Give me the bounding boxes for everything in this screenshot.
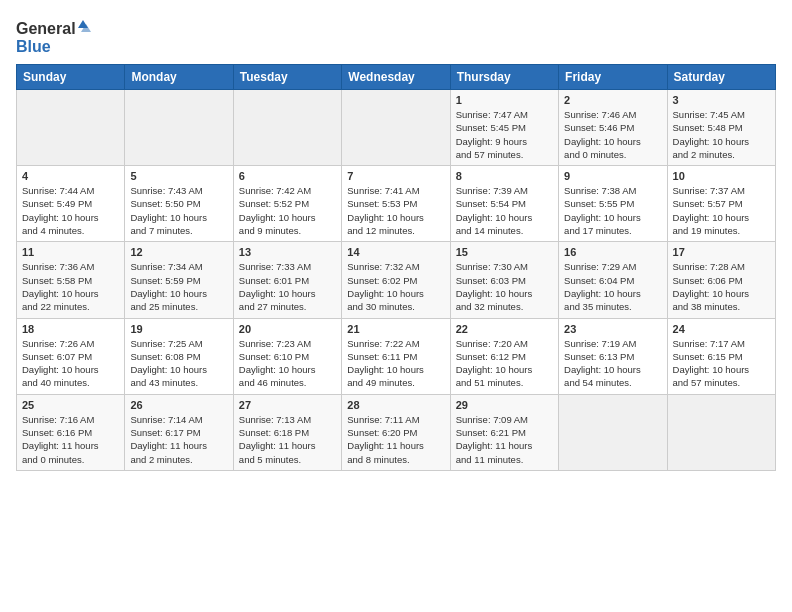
day-number: 16 [564,246,661,258]
day-header-friday: Friday [559,65,667,90]
day-number: 13 [239,246,336,258]
day-number: 27 [239,399,336,411]
day-number: 23 [564,323,661,335]
day-info: Sunrise: 7:44 AM Sunset: 5:49 PM Dayligh… [22,184,119,237]
day-info: Sunrise: 7:33 AM Sunset: 6:01 PM Dayligh… [239,260,336,313]
day-info: Sunrise: 7:19 AM Sunset: 6:13 PM Dayligh… [564,337,661,390]
calendar-cell: 21Sunrise: 7:22 AM Sunset: 6:11 PM Dayli… [342,318,450,394]
day-number: 7 [347,170,444,182]
day-number: 28 [347,399,444,411]
day-header-wednesday: Wednesday [342,65,450,90]
calendar-week-5: 25Sunrise: 7:16 AM Sunset: 6:16 PM Dayli… [17,394,776,470]
day-info: Sunrise: 7:37 AM Sunset: 5:57 PM Dayligh… [673,184,770,237]
calendar-cell: 18Sunrise: 7:26 AM Sunset: 6:07 PM Dayli… [17,318,125,394]
day-info: Sunrise: 7:11 AM Sunset: 6:20 PM Dayligh… [347,413,444,466]
calendar-cell: 10Sunrise: 7:37 AM Sunset: 5:57 PM Dayli… [667,166,775,242]
day-info: Sunrise: 7:45 AM Sunset: 5:48 PM Dayligh… [673,108,770,161]
day-info: Sunrise: 7:42 AM Sunset: 5:52 PM Dayligh… [239,184,336,237]
calendar-cell: 25Sunrise: 7:16 AM Sunset: 6:16 PM Dayli… [17,394,125,470]
day-info: Sunrise: 7:22 AM Sunset: 6:11 PM Dayligh… [347,337,444,390]
calendar-week-2: 4Sunrise: 7:44 AM Sunset: 5:49 PM Daylig… [17,166,776,242]
day-number: 17 [673,246,770,258]
calendar-table: SundayMondayTuesdayWednesdayThursdayFrid… [16,64,776,471]
calendar-cell: 2Sunrise: 7:46 AM Sunset: 5:46 PM Daylig… [559,90,667,166]
logo-svg: GeneralBlue [16,16,96,56]
calendar-cell: 27Sunrise: 7:13 AM Sunset: 6:18 PM Dayli… [233,394,341,470]
day-number: 11 [22,246,119,258]
calendar-cell: 16Sunrise: 7:29 AM Sunset: 6:04 PM Dayli… [559,242,667,318]
calendar-cell: 28Sunrise: 7:11 AM Sunset: 6:20 PM Dayli… [342,394,450,470]
calendar-body: 1Sunrise: 7:47 AM Sunset: 5:45 PM Daylig… [17,90,776,471]
calendar-cell: 15Sunrise: 7:30 AM Sunset: 6:03 PM Dayli… [450,242,558,318]
calendar-cell: 5Sunrise: 7:43 AM Sunset: 5:50 PM Daylig… [125,166,233,242]
calendar-cell: 22Sunrise: 7:20 AM Sunset: 6:12 PM Dayli… [450,318,558,394]
calendar-week-1: 1Sunrise: 7:47 AM Sunset: 5:45 PM Daylig… [17,90,776,166]
day-number: 20 [239,323,336,335]
day-number: 12 [130,246,227,258]
calendar-week-3: 11Sunrise: 7:36 AM Sunset: 5:58 PM Dayli… [17,242,776,318]
calendar-cell [233,90,341,166]
calendar-cell: 19Sunrise: 7:25 AM Sunset: 6:08 PM Dayli… [125,318,233,394]
calendar-cell: 3Sunrise: 7:45 AM Sunset: 5:48 PM Daylig… [667,90,775,166]
day-info: Sunrise: 7:41 AM Sunset: 5:53 PM Dayligh… [347,184,444,237]
day-number: 18 [22,323,119,335]
day-info: Sunrise: 7:16 AM Sunset: 6:16 PM Dayligh… [22,413,119,466]
calendar-cell: 9Sunrise: 7:38 AM Sunset: 5:55 PM Daylig… [559,166,667,242]
calendar-cell [17,90,125,166]
calendar-cell: 6Sunrise: 7:42 AM Sunset: 5:52 PM Daylig… [233,166,341,242]
day-info: Sunrise: 7:14 AM Sunset: 6:17 PM Dayligh… [130,413,227,466]
day-number: 29 [456,399,553,411]
day-number: 22 [456,323,553,335]
svg-text:Blue: Blue [16,38,51,55]
day-number: 4 [22,170,119,182]
day-number: 8 [456,170,553,182]
day-number: 19 [130,323,227,335]
day-number: 2 [564,94,661,106]
calendar-cell: 17Sunrise: 7:28 AM Sunset: 6:06 PM Dayli… [667,242,775,318]
day-info: Sunrise: 7:23 AM Sunset: 6:10 PM Dayligh… [239,337,336,390]
day-info: Sunrise: 7:46 AM Sunset: 5:46 PM Dayligh… [564,108,661,161]
calendar-cell: 13Sunrise: 7:33 AM Sunset: 6:01 PM Dayli… [233,242,341,318]
day-number: 14 [347,246,444,258]
calendar-cell: 11Sunrise: 7:36 AM Sunset: 5:58 PM Dayli… [17,242,125,318]
day-info: Sunrise: 7:17 AM Sunset: 6:15 PM Dayligh… [673,337,770,390]
day-number: 1 [456,94,553,106]
day-info: Sunrise: 7:36 AM Sunset: 5:58 PM Dayligh… [22,260,119,313]
day-header-monday: Monday [125,65,233,90]
calendar-cell [342,90,450,166]
page-header: GeneralBlue [16,16,776,56]
day-info: Sunrise: 7:34 AM Sunset: 5:59 PM Dayligh… [130,260,227,313]
calendar-cell [125,90,233,166]
calendar-cell: 26Sunrise: 7:14 AM Sunset: 6:17 PM Dayli… [125,394,233,470]
day-number: 10 [673,170,770,182]
day-info: Sunrise: 7:30 AM Sunset: 6:03 PM Dayligh… [456,260,553,313]
calendar-cell: 14Sunrise: 7:32 AM Sunset: 6:02 PM Dayli… [342,242,450,318]
day-header-saturday: Saturday [667,65,775,90]
calendar-cell: 20Sunrise: 7:23 AM Sunset: 6:10 PM Dayli… [233,318,341,394]
day-number: 6 [239,170,336,182]
calendar-cell: 1Sunrise: 7:47 AM Sunset: 5:45 PM Daylig… [450,90,558,166]
calendar-cell [559,394,667,470]
calendar-cell: 29Sunrise: 7:09 AM Sunset: 6:21 PM Dayli… [450,394,558,470]
calendar-cell: 7Sunrise: 7:41 AM Sunset: 5:53 PM Daylig… [342,166,450,242]
calendar-cell: 12Sunrise: 7:34 AM Sunset: 5:59 PM Dayli… [125,242,233,318]
day-header-thursday: Thursday [450,65,558,90]
day-info: Sunrise: 7:29 AM Sunset: 6:04 PM Dayligh… [564,260,661,313]
day-info: Sunrise: 7:09 AM Sunset: 6:21 PM Dayligh… [456,413,553,466]
day-number: 21 [347,323,444,335]
calendar-cell: 8Sunrise: 7:39 AM Sunset: 5:54 PM Daylig… [450,166,558,242]
day-number: 15 [456,246,553,258]
calendar-header-row: SundayMondayTuesdayWednesdayThursdayFrid… [17,65,776,90]
logo: GeneralBlue [16,16,96,56]
day-info: Sunrise: 7:38 AM Sunset: 5:55 PM Dayligh… [564,184,661,237]
day-info: Sunrise: 7:25 AM Sunset: 6:08 PM Dayligh… [130,337,227,390]
day-info: Sunrise: 7:13 AM Sunset: 6:18 PM Dayligh… [239,413,336,466]
svg-text:General: General [16,20,76,37]
day-info: Sunrise: 7:43 AM Sunset: 5:50 PM Dayligh… [130,184,227,237]
calendar-cell: 4Sunrise: 7:44 AM Sunset: 5:49 PM Daylig… [17,166,125,242]
day-info: Sunrise: 7:47 AM Sunset: 5:45 PM Dayligh… [456,108,553,161]
day-info: Sunrise: 7:28 AM Sunset: 6:06 PM Dayligh… [673,260,770,313]
day-number: 3 [673,94,770,106]
calendar-week-4: 18Sunrise: 7:26 AM Sunset: 6:07 PM Dayli… [17,318,776,394]
day-number: 26 [130,399,227,411]
